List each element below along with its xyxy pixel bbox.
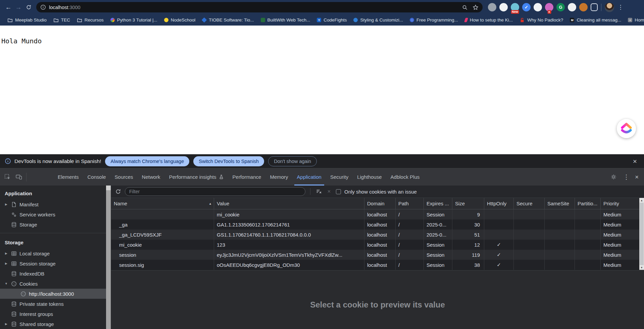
extension-icon-6[interactable]: x <box>545 3 553 11</box>
column-header-expires[interactable]: Expires ... <box>424 198 452 209</box>
column-header-name[interactable]: Name▲ <box>111 198 214 209</box>
tab-network[interactable]: Network <box>138 168 165 186</box>
forward-icon[interactable]: → <box>13 2 23 12</box>
cookie-row[interactable]: _ga_LCDV59SXJFGS1.1.1706214760.1.1.17062… <box>111 230 639 240</box>
sidebar-section-storage: Storage <box>0 237 106 248</box>
tree-arrow-right-icon[interactable]: ▶ <box>4 322 8 326</box>
back-icon[interactable]: ← <box>3 2 13 12</box>
tree-arrow-right-icon[interactable]: ▶ <box>4 252 8 255</box>
bookmark-item-python-3-tutorial[interactable]: Python 3 Tutorial |... <box>107 17 161 23</box>
tab-console[interactable]: Console <box>83 168 110 186</box>
sidebar-item-http-localhost-3000[interactable]: http://localhost:3000 <box>0 289 106 299</box>
grid-scroll-up[interactable]: ▲ <box>639 198 644 203</box>
extension-icon-5[interactable] <box>534 3 542 11</box>
column-header-secure[interactable]: Secure <box>514 198 545 209</box>
sidebar-item-manifest[interactable]: ▶Manifest <box>0 199 106 209</box>
profile-avatar[interactable] <box>605 3 614 12</box>
bookmark-item-homework-lesson-1[interactable]: ≡Homework Lesson 1... <box>625 17 644 23</box>
cookie-row[interactable]: mi_cookielocalhost/Session9Medium <box>111 209 639 219</box>
grid-scroll-thumb[interactable] <box>640 203 644 265</box>
tab-security[interactable]: Security <box>326 168 353 186</box>
sidebar-scrollbar[interactable] <box>106 186 111 329</box>
sidebar-item-service-workers[interactable]: Service workers <box>0 209 106 219</box>
extension-icon-7[interactable]: G <box>556 3 565 11</box>
extension-icon-9[interactable] <box>579 3 588 11</box>
devtools-menu-icon[interactable]: ⋮ <box>623 173 630 181</box>
sidebar-item-interest-groups[interactable]: Interest groups <box>0 309 106 319</box>
bookmark-item-recursos[interactable]: Recursos <box>73 17 107 23</box>
bookmark-item-codefights[interactable]: YCodeFights <box>313 17 350 23</box>
column-header-httponly[interactable]: HttpOnly <box>484 198 514 209</box>
zoom-icon[interactable] <box>462 4 468 10</box>
cookie-row[interactable]: _gaGA1.1.2133506012.1706214761localhost/… <box>111 219 639 230</box>
bookmark-star-icon[interactable] <box>473 4 479 10</box>
cookie-row[interactable]: session.sigoOsAEEDUbq6cgvgjE8DRg_ODm30lo… <box>111 260 639 270</box>
column-header-domain[interactable]: Domain <box>364 198 396 209</box>
match-chrome-language-button[interactable]: Always match Chrome's language <box>105 156 189 166</box>
bookmark-item-free-programming[interactable]: ↑Free Programming... <box>406 17 461 23</box>
sidebar-item-shared-storage[interactable]: ▶Shared storage <box>0 319 106 329</box>
devtools-close-icon[interactable]: × <box>635 173 639 181</box>
sidebar-item-cookies[interactable]: ▼Cookies <box>0 279 106 289</box>
sidebar-scroll-up[interactable] <box>106 186 111 190</box>
tree-arrow-right-icon[interactable]: ▶ <box>4 203 8 206</box>
sidebar-item-session-storage[interactable]: ▶Session storage <box>0 258 106 269</box>
extension-icon-2[interactable] <box>499 3 508 11</box>
bookmark-item-tec[interactable]: TEC <box>50 17 73 23</box>
extension-icon-1[interactable] <box>488 3 496 11</box>
column-header-path[interactable]: Path <box>396 198 424 209</box>
bookmark-item-nodeschool[interactable]: NodeSchool <box>161 17 199 23</box>
tab-sources[interactable]: Sources <box>110 168 138 186</box>
clickup-extension-button[interactable] <box>617 119 636 138</box>
cookie-row[interactable]: sessioneyJjc3JmU2VjcmV0IjoiXzlVSm1TemVsT… <box>111 250 639 260</box>
sidebar-item-local-storage[interactable]: ▶Local storage <box>0 248 106 258</box>
cookie-row[interactable]: mi_cookie123localhost/Session12✓Medium <box>111 240 639 250</box>
issues-only-checkbox[interactable] <box>336 189 341 194</box>
sidebar-item-indexeddb[interactable]: IndexedDB <box>0 269 106 279</box>
refresh-cookies-icon[interactable] <box>114 188 121 195</box>
column-label: Partitio... <box>578 201 597 206</box>
settings-gear-icon[interactable] <box>610 173 618 181</box>
bookmark-item-styling-customizi[interactable]: Styling & Customizi... <box>350 17 406 23</box>
tab-performance[interactable]: Performance <box>228 168 266 186</box>
extension-icon-8[interactable] <box>568 3 576 11</box>
clear-filter-icon[interactable] <box>315 188 322 195</box>
tab-application[interactable]: Application <box>293 168 326 186</box>
tab-memory[interactable]: Memory <box>265 168 292 186</box>
browser-menu-icon[interactable]: ⋮ <box>617 4 624 11</box>
column-header-partitio[interactable]: Partitio... <box>575 198 601 209</box>
tab-lighthouse[interactable]: Lighthouse <box>353 168 386 186</box>
tab-performance-insights[interactable]: Performance insights <box>165 168 228 186</box>
cell-same_site <box>545 240 575 250</box>
bookmark-item-builtwith-web-tech[interactable]: BuiltWith Web Tech... <box>257 17 314 23</box>
inspect-element-icon[interactable] <box>3 173 11 181</box>
column-header-samesite[interactable]: SameSite <box>545 198 575 209</box>
bookmark-item-why-no-padlock[interactable]: Why No Padlock? <box>516 17 566 23</box>
extension-icon-3[interactable]: New <box>511 3 519 11</box>
device-toolbar-icon[interactable] <box>15 173 23 181</box>
tab-adblock-plus[interactable]: Adblock Plus <box>386 168 424 186</box>
bookmark-item-tiobe-software-tio[interactable]: TIOBE Software: Tio... <box>199 17 257 23</box>
bookmark-item-meeplab-studio[interactable]: Meeplab Studio <box>4 17 50 23</box>
reload-icon[interactable] <box>23 2 34 12</box>
grid-scroll-down[interactable]: ▼ <box>639 265 644 270</box>
address-bar[interactable]: localhost:3000 <box>36 2 483 12</box>
cookie-filter-input[interactable] <box>125 187 305 196</box>
dont-show-again-button[interactable]: Don't show again <box>268 156 317 166</box>
column-header-priority[interactable]: Priority <box>601 198 640 209</box>
bookmark-item-how-to-setup-the-ki[interactable]: How to setup the Ki... <box>461 17 516 23</box>
infobar-close-icon[interactable]: × <box>631 157 639 165</box>
bookmark-item-cleaning-all-messag[interactable]: MCleaning all messag... <box>566 17 625 23</box>
switch-to-spanish-button[interactable]: Switch DevTools to Spanish <box>193 156 264 166</box>
grid-scrollbar[interactable]: ▲ ▼ <box>639 198 644 270</box>
site-info-icon[interactable] <box>40 4 46 10</box>
extension-icon-4[interactable]: ✓ <box>522 3 531 11</box>
tree-arrow-down-icon[interactable]: ▼ <box>4 282 8 285</box>
sidebar-item-storage[interactable]: Storage <box>0 219 106 230</box>
extension-icon-10[interactable] <box>591 3 598 11</box>
column-header-size[interactable]: Size <box>452 198 484 209</box>
tree-arrow-right-icon[interactable]: ▶ <box>4 262 8 265</box>
sidebar-item-private-state-tokens[interactable]: Private state tokens <box>0 299 106 309</box>
tab-elements[interactable]: Elements <box>53 168 83 186</box>
column-header-value[interactable]: Value <box>214 198 364 209</box>
